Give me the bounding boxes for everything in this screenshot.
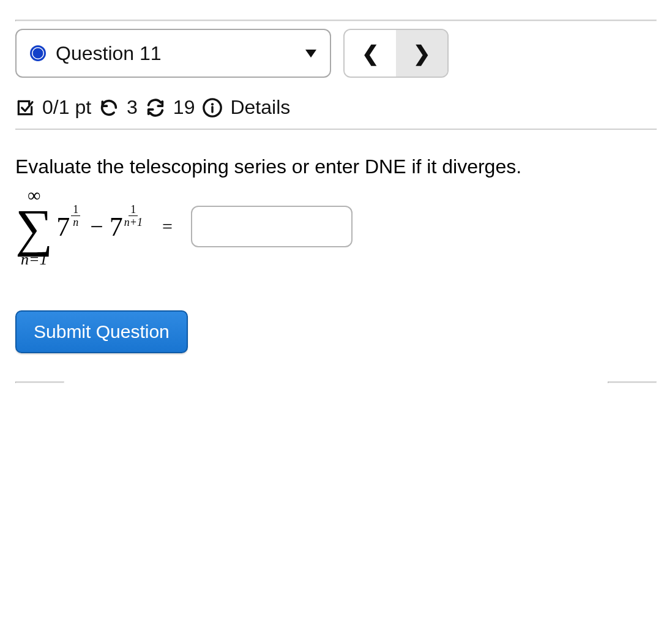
submit-question-button[interactable]: Submit Question	[15, 310, 188, 353]
math-expression-row: ∞ ∑ n=1 7 1 n − 7 1 n+1 =	[15, 186, 657, 268]
sum-lower-limit: n=1	[21, 252, 48, 268]
points-text: 0/1 pt	[42, 96, 91, 119]
question-meta-row: 0/1 pt 3 19 Details	[15, 86, 657, 130]
info-icon	[202, 97, 223, 118]
question-label: Question 11	[56, 42, 162, 65]
question-nav: ❮ ❯	[343, 29, 449, 78]
term2-exponent: 1 n+1	[124, 204, 143, 228]
term2-base: 7	[110, 211, 123, 242]
chevron-left-icon: ❮	[362, 41, 379, 66]
status-dot-icon	[30, 45, 46, 61]
prev-question-button[interactable]: ❮	[345, 30, 396, 77]
sigma-icon: ∑	[15, 204, 53, 252]
chevron-down-icon	[305, 50, 316, 58]
next-question-button[interactable]: ❯	[396, 30, 447, 77]
section-divider-bottom-left	[15, 381, 64, 383]
reattempts-icon	[145, 97, 166, 118]
summation-term: 7 1 n − 7 1 n+1	[56, 211, 146, 242]
question-selector[interactable]: Question 11	[15, 29, 331, 78]
equals-sign: =	[162, 216, 173, 237]
section-divider-top	[15, 20, 657, 21]
retry-icon	[99, 97, 119, 118]
term1-exponent: 1 n	[71, 204, 80, 228]
section-divider-bottom-right	[608, 381, 657, 383]
details-link[interactable]: Details	[230, 96, 290, 119]
question-prompt: Evaluate the telescoping series or enter…	[15, 154, 657, 180]
minus-sign: −	[90, 213, 103, 240]
term1-base: 7	[56, 211, 70, 242]
chevron-right-icon: ❯	[413, 41, 430, 66]
retries-count: 3	[127, 96, 138, 119]
summation-expression: ∞ ∑ n=1 7 1 n − 7 1 n+1 =	[15, 186, 173, 268]
answer-input[interactable]	[191, 206, 353, 247]
reattempts-count: 19	[173, 96, 195, 119]
checkbox-icon	[15, 98, 35, 118]
